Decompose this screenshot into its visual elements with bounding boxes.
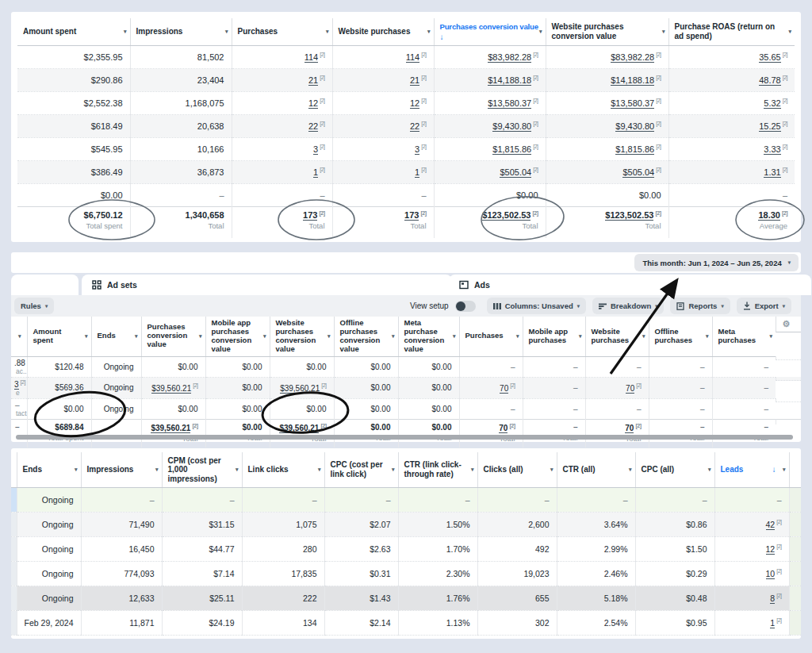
cell-purchases[interactable]: 3[2]	[232, 137, 332, 160]
cell-purchases-conversion-value[interactable]: $9,430.80[2]	[434, 114, 546, 137]
chevron-down-icon[interactable]: ▾	[18, 333, 21, 340]
chevron-down-icon[interactable]: ▾	[539, 29, 542, 35]
chevron-down-icon[interactable]: ▾	[769, 333, 772, 340]
chevron-down-icon[interactable]: ▾	[392, 467, 395, 473]
cell-website-purchases[interactable]: 22[2]	[332, 114, 434, 137]
chevron-down-icon[interactable]: ▾	[783, 467, 786, 473]
cell-purchase-roas[interactable]: 3.33[2]	[668, 137, 795, 160]
view-setup-toggle[interactable]	[455, 301, 476, 312]
table-row[interactable]: Ongoing16,450$44.77280$2.631.70%4922.99%…	[11, 536, 801, 561]
cell-leads[interactable]: 1[2]	[714, 610, 789, 635]
table-row[interactable]: Ongoing71,490$31.151,075$2.071.50%2,6003…	[11, 512, 801, 536]
col-header-website-purchases[interactable]: Website purchases▾	[585, 317, 649, 356]
col-header-website-purchases-conversion-value[interactable]: Website purchases conversion value▾	[546, 18, 668, 45]
breakdown-button[interactable]: Breakdown ▾	[592, 298, 664, 314]
total-website-purchases[interactable]: 173[2]Total	[332, 206, 434, 238]
total-website-purchases-conversion-value[interactable]: $123,502.53[2]Total	[546, 206, 668, 238]
col-header-offline-purchases-conversion-value[interactable]: Offline purchases conversion value▾	[334, 317, 398, 356]
table-row[interactable]: –tact$0.00Ongoing$0.00$0.00$0.00$0.00$0.…	[11, 398, 801, 419]
total-purchase-roas[interactable]: 18.30[2]Average	[668, 206, 795, 238]
col-header-impressions[interactable]: Impressions▾	[81, 452, 162, 487]
chevron-down-icon[interactable]: ▾	[135, 333, 138, 340]
cell-purchase-roas[interactable]: 5.32[2]	[668, 91, 795, 114]
total-purchases[interactable]: 70[2]Total	[459, 419, 523, 447]
col-header-ends[interactable]: Ends▾	[91, 317, 141, 356]
chevron-down-icon[interactable]: ▾	[392, 333, 395, 340]
tab-partial[interactable]	[11, 275, 79, 295]
col-header-mobile-app-purchases-conversion-value[interactable]: Mobile app purchases conversion value▾	[205, 317, 270, 356]
table-row[interactable]: $618.4920,63822[2]22[2]$9,430.80[2]$9,43…	[17, 114, 795, 137]
export-button[interactable]: Export ▾	[737, 298, 791, 314]
settings-icon[interactable]: ⚙	[782, 319, 791, 329]
col-header-website-purchases[interactable]: Website purchases▾	[332, 18, 434, 45]
cell-website-purchases-conversion-value[interactable]: $83,982.28[2]	[546, 45, 668, 68]
cell-website-purchases[interactable]: 12[2]	[332, 91, 434, 114]
cell-purchases-conversion-value[interactable]: $13,580.37[2]	[434, 91, 546, 114]
total-website-purchases[interactable]: 70[2]Total	[585, 419, 649, 447]
table-row[interactable]: Ongoing12,633$25.11222$1.431.76%6555.18%…	[11, 586, 801, 610]
chevron-down-icon[interactable]: ▾	[453, 333, 456, 340]
cell-website-purchases-conversion-value[interactable]: $13,580.37[2]	[546, 91, 668, 114]
total-purchases[interactable]: 173[2]Total	[232, 206, 332, 238]
table-row[interactable]: $290.8623,40421[2]21[2]$14,188.18[2]$14,…	[17, 68, 795, 91]
chevron-down-icon[interactable]: ▾	[199, 333, 202, 340]
col-header-link-clicks[interactable]: Link clicks▾	[242, 452, 324, 487]
col-header-purchases[interactable]: Purchases▾	[232, 18, 332, 45]
table-row[interactable]: $386.4936,8731[2]1[2]$505.04[2]$505.04[2…	[17, 160, 795, 183]
table-row[interactable]: $0.00–––$0.00$0.00–	[17, 183, 795, 206]
cell-website-purchases-conversion-value[interactable]: $9,430.80[2]	[546, 114, 668, 137]
chevron-down-icon[interactable]: ▾	[318, 467, 321, 473]
col-header-amount-spent[interactable]: Amount spent▾	[27, 317, 91, 356]
chevron-down-icon[interactable]: ▾	[263, 333, 266, 340]
horizontal-scrollbar[interactable]	[16, 435, 793, 440]
cell-purchase-roas[interactable]: 35.65[2]	[668, 45, 795, 68]
cell-website-purchases[interactable]: 21[2]	[332, 68, 434, 91]
rules-button[interactable]: Rules ▾	[14, 298, 54, 314]
cell-purchase-roas[interactable]: 48.78[2]	[668, 68, 795, 91]
chevron-down-icon[interactable]: ▾	[662, 29, 665, 35]
chevron-down-icon[interactable]: ▾	[75, 467, 78, 473]
cell-leads[interactable]: 10[2]	[714, 561, 789, 586]
col-header-cpc[interactable]: CPC (cost per link click)▾	[324, 452, 398, 487]
chevron-down-icon[interactable]: ▾	[427, 29, 431, 35]
col-header-ends[interactable]: Ends▾	[17, 452, 81, 487]
cell-purchases[interactable]: 1[2]	[232, 160, 332, 183]
chevron-down-icon[interactable]: ▾	[326, 29, 329, 35]
chevron-down-icon[interactable]: ▾	[124, 29, 127, 35]
col-header-cpc-all[interactable]: CPC (all)▾	[635, 452, 714, 487]
col-header-meta-purchases[interactable]: Meta purchases▾	[712, 317, 776, 356]
chevron-down-icon[interactable]: ▾	[327, 333, 331, 340]
table-row[interactable]: $2,552.381,168,07512[2]12[2]$13,580.37[2…	[17, 91, 795, 114]
chevron-down-icon[interactable]: ▾	[642, 333, 645, 340]
tab-ads[interactable]: Ads	[449, 275, 811, 295]
chevron-down-icon[interactable]: ▾	[788, 29, 791, 35]
chevron-down-icon[interactable]: ▾	[236, 467, 239, 473]
cell-website-purchases-conversion-value[interactable]: $505.04[2]	[546, 160, 668, 183]
table-row[interactable]: Ongoing774,093$7.1417,835$0.312.30%19,02…	[11, 561, 801, 586]
cell-purchases[interactable]: 12[2]	[232, 91, 332, 114]
cell-website-purchases[interactable]: 1[2]	[332, 160, 434, 183]
cell-leads[interactable]: 8[2]	[714, 586, 789, 610]
chevron-down-icon[interactable]: ▾	[579, 333, 582, 340]
date-range-selector[interactable]: This month: Jun 1, 2024 – Jun 25, 2024 ▾	[634, 254, 799, 271]
cell-website-purchases[interactable]: 70[2]	[585, 377, 649, 398]
cell-leads[interactable]: 42[2]	[714, 512, 789, 536]
cell-website-purchases-conversion-value[interactable]: $14,188.18[2]	[546, 68, 668, 91]
total-purchases-conversion-value[interactable]: $39,560.21[2]Total	[141, 419, 205, 447]
reports-button[interactable]: Reports ▾	[670, 298, 730, 314]
col-header-offline-purchases[interactable]: Offline purchases▾	[649, 317, 712, 356]
cell-purchase-roas[interactable]: 15.25[2]	[668, 114, 795, 137]
cell-purchases[interactable]: 114[2]	[232, 45, 332, 68]
cell-purchases[interactable]: 21[2]	[232, 68, 332, 91]
col-header-leads[interactable]: Leads↓▾	[714, 452, 789, 487]
table-row[interactable]: .88ac..$120.48Ongoing$0.00$0.00$0.00$0.0…	[11, 356, 801, 377]
chevron-down-icon[interactable]: ▾	[629, 467, 632, 473]
table-row[interactable]: Ongoing–––––––––	[11, 487, 801, 512]
cell-purchase-roas[interactable]: 1.31[2]	[668, 160, 795, 183]
cell-purchases[interactable]: 22[2]	[232, 114, 332, 137]
col-header-website-purchases-conversion-value[interactable]: Website purchases conversion value▾	[270, 317, 334, 356]
col-header-purchases-conversion-value[interactable]: Purchases conversion value↓▾	[434, 18, 546, 45]
total-purchases-conversion-value[interactable]: $123,502.53[2]Total	[434, 206, 546, 238]
columns-button[interactable]: Columns: Unsaved ▾	[487, 298, 586, 314]
col-header-mobile-app-purchases[interactable]: Mobile app purchases▾	[523, 317, 585, 356]
